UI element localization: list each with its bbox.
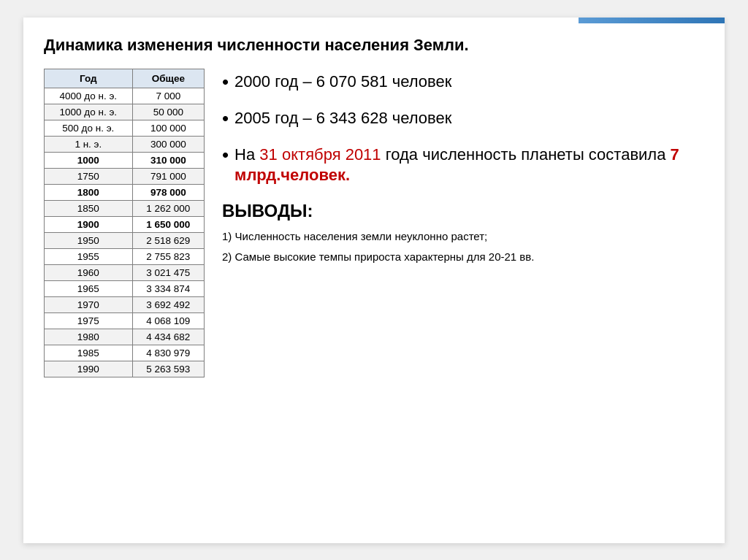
table-row: 500 до н. э.100 000	[45, 120, 205, 137]
table-row: 1000 до н. э.50 000	[45, 104, 205, 120]
col-header-total: Общее	[132, 69, 204, 88]
cell-value: 310 000	[132, 153, 204, 169]
cell-value: 2 518 629	[132, 233, 204, 249]
population-table: Год Общее 4000 до н. э.7 0001000 до н. э…	[44, 69, 205, 377]
cell-year: 1750	[45, 169, 133, 185]
cell-value: 3 021 475	[132, 265, 204, 281]
cell-year: 1800	[45, 185, 133, 201]
cell-value: 2 755 823	[132, 249, 204, 265]
bullet-item-3: На 31 октября 2011 года численность план…	[222, 145, 704, 186]
table-row: 4000 до н. э.7 000	[45, 88, 205, 104]
table-row: 19854 830 979	[45, 345, 205, 361]
cell-year: 1000 до н. э.	[45, 104, 133, 120]
bullet-item-2: 2005 год – 6 343 628 человек	[222, 108, 704, 131]
table-row: 1 н. э.300 000	[45, 137, 205, 153]
cell-year: 1000	[45, 153, 133, 169]
table-row: 19552 755 823	[45, 249, 205, 265]
cell-year: 500 до н. э.	[45, 120, 133, 137]
conclusions-list: 1) Численность населения земли неуклонно…	[222, 229, 704, 266]
cell-year: 1960	[45, 265, 133, 281]
cell-value: 791 000	[132, 169, 204, 185]
cell-value: 4 830 979	[132, 345, 204, 361]
table-row: 19653 334 874	[45, 281, 205, 297]
table-row: 19703 692 492	[45, 297, 205, 313]
cell-value: 100 000	[132, 120, 204, 137]
cell-value: 5 263 593	[132, 361, 204, 377]
slide-title: Динамика изменения численности населения…	[44, 35, 704, 56]
cell-value: 4 068 109	[132, 313, 204, 329]
highlight-date: 31 октября 2011	[259, 145, 381, 164]
top-accent-bar	[579, 18, 725, 23]
cell-year: 1955	[45, 249, 133, 265]
cell-value: 4 434 682	[132, 329, 204, 345]
cell-value: 50 000	[132, 104, 204, 120]
content-area: Год Общее 4000 до н. э.7 0001000 до н. э…	[44, 69, 704, 377]
table-row: 19754 068 109	[45, 313, 205, 329]
cell-year: 1975	[45, 313, 133, 329]
bullet-text-1: 2000 год – 6 070 581 человек	[234, 72, 451, 93]
cell-year: 1900	[45, 217, 133, 233]
table-row: 18501 262 000	[45, 201, 205, 217]
cell-year: 1965	[45, 281, 133, 297]
cell-value: 7 000	[132, 88, 204, 104]
col-header-year: Год	[45, 69, 133, 88]
conclusion-item: 2) Самые высокие темпы прироста характер…	[222, 249, 704, 266]
cell-value: 3 692 492	[132, 297, 204, 313]
conclusion-item: 1) Численность населения земли неуклонно…	[222, 229, 704, 245]
table-row: 1750791 000	[45, 169, 205, 185]
table-row: 19804 434 682	[45, 329, 205, 345]
cell-value: 978 000	[132, 185, 204, 201]
cell-value: 300 000	[132, 137, 204, 153]
cell-year: 4000 до н. э.	[45, 88, 133, 104]
table-row: 19905 263 593	[45, 361, 205, 377]
cell-year: 1850	[45, 201, 133, 217]
cell-year: 1985	[45, 345, 133, 361]
conclusions-title: ВЫВОДЫ:	[222, 201, 704, 221]
cell-year: 1990	[45, 361, 133, 377]
cell-year: 1950	[45, 233, 133, 249]
cell-value: 3 334 874	[132, 281, 204, 297]
bullet-list: 2000 год – 6 070 581 человек 2005 год – …	[222, 72, 704, 186]
table-row: 1800978 000	[45, 185, 205, 201]
cell-value: 1 262 000	[132, 201, 204, 217]
slide-container: Динамика изменения численности населения…	[23, 18, 725, 543]
cell-year: 1970	[45, 297, 133, 313]
bullet-text-3: На 31 октября 2011 года численность план…	[234, 145, 704, 186]
conclusions-section: ВЫВОДЫ: 1) Численность населения земли н…	[222, 201, 704, 266]
table-row: 19603 021 475	[45, 265, 205, 281]
table-row: 19001 650 000	[45, 217, 205, 233]
cell-year: 1980	[45, 329, 133, 345]
right-panel: 2000 год – 6 070 581 человек 2005 год – …	[222, 69, 704, 270]
table-row: 1000310 000	[45, 153, 205, 169]
bullet-item-1: 2000 год – 6 070 581 человек	[222, 72, 704, 95]
bullet-text-2: 2005 год – 6 343 628 человек	[234, 108, 451, 129]
cell-value: 1 650 000	[132, 217, 204, 233]
cell-year: 1 н. э.	[45, 137, 133, 153]
table-wrapper: Год Общее 4000 до н. э.7 0001000 до н. э…	[44, 69, 205, 377]
table-row: 19502 518 629	[45, 233, 205, 249]
